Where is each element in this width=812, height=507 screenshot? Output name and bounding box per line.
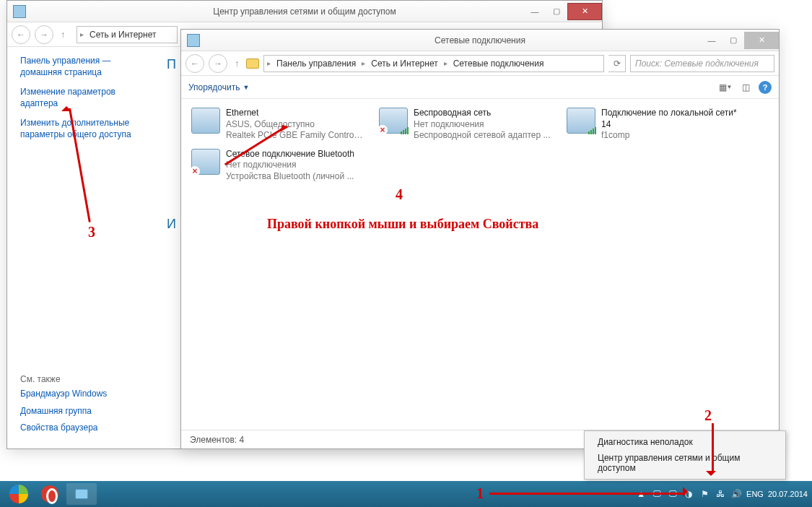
crumb-2[interactable]: Сетевые подключения <box>449 57 549 70</box>
tray-icon[interactable]: 🖵 <box>667 488 678 500</box>
connection-device: Устройства Bluetooth (личной ... <box>226 171 354 183</box>
connection-status: Нет подключения <box>414 119 551 131</box>
minimize-button[interactable]: — <box>701 32 722 49</box>
connection-icon <box>567 108 595 134</box>
window-title: Центр управления сетями и общим доступом <box>7 6 602 17</box>
close-button[interactable]: ✕ <box>744 32 779 49</box>
search-input[interactable]: Поиск: Сетевые подключения <box>630 55 774 72</box>
disconnected-x-icon: × <box>377 125 388 135</box>
taskbar-app[interactable] <box>66 483 97 505</box>
minimize-button[interactable]: — <box>524 3 546 20</box>
organize-button[interactable]: Упорядочить ▼ <box>188 82 249 92</box>
connection-device: Беспроводной сетевой адаптер ... <box>414 130 551 142</box>
search-placeholder: Поиск: Сетевые подключения <box>635 58 759 69</box>
connection-icon <box>191 108 220 134</box>
up-button[interactable]: ↑ <box>58 25 68 44</box>
chevron-down-icon: ▼ <box>243 84 249 91</box>
toolbar: Упорядочить ▼ ▦▼ ◫ ? <box>181 76 779 99</box>
connection-name: Подключение по локальной сети* 14 <box>601 108 747 130</box>
menu-network-center[interactable]: Центр управления сетями и общим доступом <box>586 450 784 476</box>
tray-volume-icon[interactable]: 🔊 <box>730 488 742 500</box>
up-button[interactable]: ↑ <box>232 54 242 73</box>
back-button[interactable]: ← <box>185 54 204 73</box>
connection-name: Беспроводная сеть <box>414 108 551 119</box>
tray-language[interactable]: ENG <box>746 490 764 498</box>
connection-status: Нет подключения <box>226 160 354 171</box>
sidebar-link-home[interactable]: Панель управления — домашняя страница <box>20 56 149 78</box>
connection-item[interactable]: ×Сетевое подключение BluetoothНет подклю… <box>191 149 372 183</box>
signal-bars-icon <box>588 127 596 134</box>
signal-bars-icon <box>401 127 409 134</box>
start-button[interactable] <box>4 483 33 505</box>
sidebar-link-sharing[interactable]: Изменить дополнительные параметры общего… <box>20 118 149 140</box>
breadcrumb[interactable]: ▸ Панель управления ▸ Сеть и Интернет ▸ … <box>263 55 604 72</box>
maximize-button[interactable]: ▢ <box>722 32 744 49</box>
connection-status: ASUS, Общедоступно <box>226 119 363 131</box>
forward-button[interactable]: → <box>209 54 227 73</box>
network-connections-window: Сетевые подключения — ▢ ✕ ← → ↑ ▸ Панель… <box>180 29 780 449</box>
connection-item[interactable]: Подключение по локальной сети* 14f1comp <box>567 108 747 142</box>
crumb-0[interactable]: Панель управления <box>272 57 360 70</box>
tray-network-icon[interactable]: 🖧 <box>715 488 726 500</box>
sidebar-link-browser[interactable]: Свойства браузера <box>20 422 149 434</box>
titlebar: Сетевые подключения — ▢ ✕ <box>181 30 779 51</box>
crumb[interactable]: Сеть и Интернет <box>85 28 160 41</box>
sidebar-link-firewall[interactable]: Брандмауэр Windows <box>20 389 149 400</box>
crumb-1[interactable]: Сеть и Интернет <box>367 57 442 70</box>
disconnected-x-icon: × <box>190 166 200 176</box>
connection-icon: × <box>191 149 220 175</box>
forward-button[interactable]: → <box>35 25 53 44</box>
connection-item[interactable]: ×Беспроводная сетьНет подключенияБеспров… <box>379 108 559 142</box>
tray-icon[interactable]: 🖵 <box>651 488 663 500</box>
connection-icon: × <box>379 108 408 134</box>
help-button[interactable]: ? <box>759 81 772 94</box>
nav-bar: ← → ↑ ▸ Панель управления ▸ Сеть и Интер… <box>181 51 779 76</box>
tray-clock[interactable]: 20.07.2014 <box>768 490 808 498</box>
menu-troubleshoot[interactable]: Диагностика неполадок <box>586 434 784 450</box>
window-title: Сетевые подключения <box>181 35 779 46</box>
breadcrumb[interactable]: ▸ Сеть и Интернет <box>77 26 178 43</box>
tray-context-menu: Диагностика неполадок Центр управления с… <box>584 430 786 480</box>
system-tray: ▲ 🖵 🖵 ◑ ⚑ 🖧 🔊 ENG 20.07.2014 <box>635 488 808 500</box>
maximize-button[interactable]: ▢ <box>546 3 567 20</box>
folder-icon <box>246 58 259 69</box>
refresh-button[interactable]: ⟳ <box>608 55 626 72</box>
view-tiles-button[interactable]: ▦▼ <box>718 80 733 95</box>
close-button[interactable]: ✕ <box>567 3 602 20</box>
see-also-label: См. также <box>20 374 149 384</box>
item-count: Элементов: 4 <box>190 435 244 445</box>
back-button[interactable]: ← <box>12 25 30 44</box>
connection-name: Ethernet <box>226 108 363 119</box>
sidebar-link-homegroup[interactable]: Домашняя группа <box>20 406 149 417</box>
tray-icon[interactable]: ▲ <box>635 488 647 500</box>
connection-device: f1comp <box>601 130 738 142</box>
connection-device: Realtek PCIe GBE Family Controller <box>226 130 363 142</box>
sidebar: Панель управления — домашняя страница Из… <box>7 47 162 448</box>
connection-name: Сетевое подключение Bluetooth <box>226 149 354 160</box>
taskbar-opera[interactable] <box>35 483 65 505</box>
sidebar-link-adapter[interactable]: Изменение параметров адаптера <box>20 87 149 109</box>
titlebar: Центр управления сетями и общим доступом… <box>7 1 602 22</box>
tray-flag-icon[interactable]: ⚑ <box>699 488 710 500</box>
preview-pane-button[interactable]: ◫ <box>738 80 753 95</box>
